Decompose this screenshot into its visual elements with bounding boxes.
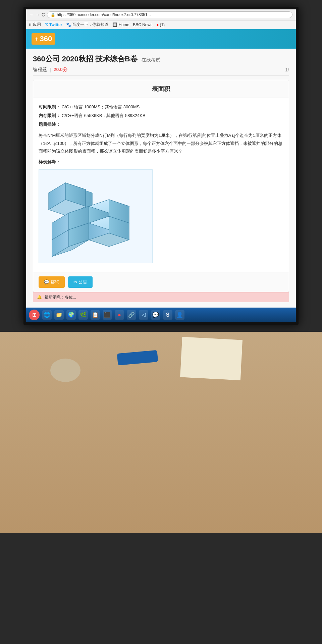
apps-icon: ⠿ <box>29 22 32 27</box>
taskbar-icon-app1[interactable]: 🌿 <box>78 310 88 320</box>
bbc-icon: 🔲 <box>112 22 117 27</box>
memory-limit-label: 内存限制： <box>39 113 60 118</box>
question-card: 表面积 时间限制： C/C++语言 1000MS；其他语言 3000MS 内存限… <box>33 80 289 292</box>
taskbar-icon-chrome[interactable]: 🌍 <box>66 310 76 320</box>
ask-button[interactable]: 💬 咨询 <box>39 276 65 288</box>
lock-icon: 🔒 <box>51 13 55 17</box>
bbc-label: Home - BBC News <box>118 22 152 27</box>
desk-usb <box>117 350 158 365</box>
desc-label: 题目描述： <box>39 122 60 127</box>
cubes-illustration <box>39 169 153 263</box>
youtube-icon: ● <box>156 22 159 27</box>
meta-left: 编程题 | 20.0分 <box>33 67 67 73</box>
bookmark-twitter[interactable]: 𝕏 Twitter <box>45 22 62 27</box>
refresh-button[interactable]: C <box>42 12 45 17</box>
cubes-svg <box>45 173 146 260</box>
taskbar-icon-wechat[interactable]: 💬 <box>151 310 160 320</box>
notice-button[interactable]: ✉ 公告 <box>68 276 93 288</box>
youtube-label: (1) <box>160 22 165 27</box>
taskbar-icon-ie[interactable]: 🌐 <box>42 310 52 320</box>
browser-bar: ← → C 🔒 https://360.acmcoder.com/cand/In… <box>26 9 296 20</box>
time-limit-line: 时间限制： C/C++语言 1000MS；其他语言 3000MS <box>39 103 283 111</box>
back-button[interactable]: ← <box>30 12 34 17</box>
baidu-label: 百度一下，你就知道 <box>72 22 108 28</box>
memory-limit-line: 内存限制： C/C++语言 65536KB；其他语言 589824KB <box>39 112 283 119</box>
start-icon: ⊞ <box>32 312 37 318</box>
page-title: 360公司 2020秋招 技术综合B卷 <box>33 54 138 64</box>
start-button[interactable]: ⊞ <box>29 310 40 320</box>
question-title: 表面积 <box>33 80 289 98</box>
screen: ← → C 🔒 https://360.acmcoder.com/cand/In… <box>23 7 299 325</box>
page-title-area: 360公司 2020秋招 技术综合B卷 在线考试 <box>33 54 289 64</box>
taskbar: ⊞ 🌐 📁 🌍 🌿 📋 ⬛ ● 🔗 ◁ 💬 S 👤 <box>26 308 296 322</box>
baidu-icon: 🐾 <box>66 22 71 27</box>
monitor-outer: ← → C 🔒 https://360.acmcoder.com/cand/In… <box>0 0 322 644</box>
desc-label-line: 题目描述： <box>39 121 283 128</box>
bookmark-apps[interactable]: ⠿ 应用 <box>29 22 41 28</box>
page-content: 360公司 2020秋招 技术综合B卷 在线考试 编程题 | 20.0分 1/ … <box>26 49 296 308</box>
desk-stone <box>50 359 80 382</box>
taskbar-icon-code[interactable]: ◁ <box>139 310 148 320</box>
ask-label: 咨询 <box>51 279 59 285</box>
address-bar[interactable]: 🔒 https://360.acmcoder.com/cand/Index?.r… <box>47 11 292 18</box>
question-type: 编程题 <box>33 67 47 73</box>
taskbar-icon-app5[interactable]: 🔗 <box>127 310 136 320</box>
desk-paper <box>180 337 243 380</box>
news-ticker: 🔔 最新消息：各位... <box>33 292 289 302</box>
bookmarks-bar: ⠿ 应用 𝕏 Twitter 🐾 百度一下，你就知道 🔲 Home - BBC … <box>26 20 296 29</box>
taskbar-icon-app2[interactable]: 📋 <box>91 310 100 320</box>
desk-area <box>0 332 322 533</box>
notice-label: 公告 <box>78 279 87 285</box>
notice-icon: ✉ <box>73 279 77 284</box>
time-limit-value: C/C++语言 1000MS；其他语言 3000MS <box>62 104 140 109</box>
logo-360[interactable]: + 360 <box>32 33 55 45</box>
taskbar-icon-app4[interactable]: ● <box>115 310 124 320</box>
sample-label: 样例解释： <box>39 158 283 166</box>
question-score: 20.0分 <box>54 67 67 73</box>
meta-divider: | <box>50 67 51 72</box>
exam-tag: 在线考试 <box>142 57 160 63</box>
apps-label: 应用 <box>33 22 41 28</box>
browser-nav: ← → C <box>30 12 45 17</box>
site-header: + 360 <box>26 29 296 49</box>
memory-limit-value: C/C++语言 65536KB；其他语言 589824KB <box>62 113 146 118</box>
taskbar-icon-files[interactable]: 📁 <box>54 310 64 320</box>
taskbar-icon-app3[interactable]: ⬛ <box>103 310 112 320</box>
taskbar-icon-s[interactable]: S <box>163 310 172 320</box>
url-text: https://360.acmcoder.com/cand/Index?.r=0… <box>57 12 151 17</box>
bottom-actions: 💬 咨询 ✉ 公告 <box>33 272 289 292</box>
time-limit-label: 时间限制： <box>39 104 60 109</box>
question-body: 时间限制： C/C++语言 1000MS；其他语言 3000MS 内存限制： C… <box>33 98 289 272</box>
logo-text: 360 <box>40 35 52 43</box>
page-indicator: 1/ <box>285 67 289 72</box>
twitter-icon: 𝕏 <box>45 22 48 27</box>
forward-button[interactable]: → <box>36 12 40 17</box>
bookmark-bbc[interactable]: 🔲 Home - BBC News <box>112 22 152 27</box>
taskbar-icon-user[interactable]: 👤 <box>175 310 184 320</box>
logo-plus: + <box>35 36 39 43</box>
bookmark-baidu[interactable]: 🐾 百度一下，你就知道 <box>66 22 108 28</box>
question-meta: 编程题 | 20.0分 1/ <box>33 67 289 76</box>
twitter-label: Twitter <box>49 22 62 27</box>
ask-icon: 💬 <box>44 279 49 284</box>
problem-description: 将长N*M厘米的矩形区域划分成N行M列（每行每列的宽度均为1厘米），在第i行第j… <box>39 131 283 155</box>
ticker-icon: 🔔 <box>37 295 42 300</box>
ticker-text: 最新消息：各位... <box>45 294 76 300</box>
bookmark-youtube[interactable]: ● (1) <box>156 22 165 27</box>
